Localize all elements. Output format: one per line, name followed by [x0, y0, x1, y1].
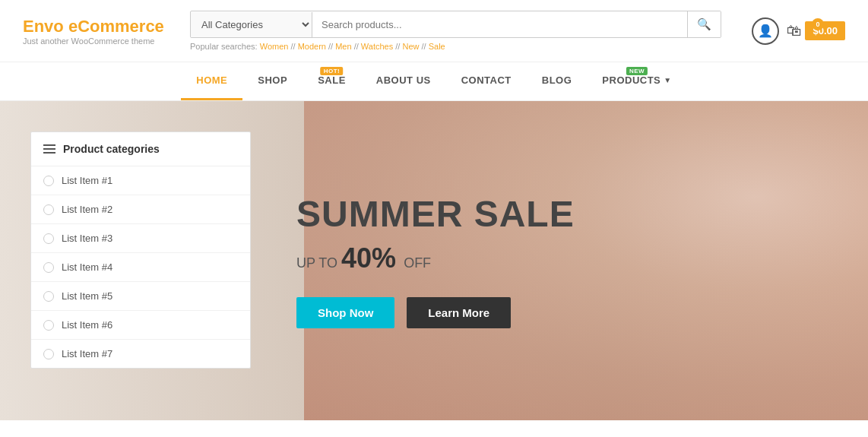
shop-now-button[interactable]: Shop Now [296, 297, 394, 328]
search-area: All Categories Women Men Watches Sale 🔍 … [190, 11, 721, 51]
list-item-label-5: List Item #5 [62, 290, 112, 302]
list-item-label-2: List Item #2 [62, 204, 112, 215]
radio-icon-4 [43, 262, 54, 273]
logo-area: Envo eCommerce Just another WooCommerce … [23, 17, 175, 46]
list-item[interactable]: List Item #4 [31, 253, 250, 282]
radio-icon-1 [43, 176, 54, 186]
sidebar-header: Product categories [31, 132, 250, 166]
popular-link-men[interactable]: Men [335, 42, 351, 51]
radio-icon-7 [43, 349, 54, 359]
nav-item-home[interactable]: HOME [181, 62, 242, 100]
hero-title: SUMMER SALE [296, 193, 822, 235]
cart-area[interactable]: 0 🛍 $0.00 [787, 21, 845, 40]
subtitle-prefix: UP TO [296, 255, 337, 271]
list-item-label-7: List Item #7 [62, 348, 112, 359]
hero-section: Product categories List Item #1 List Ite… [0, 101, 868, 420]
nav-label-products: PRODUCTS [602, 74, 661, 86]
header-icons: 👤 0 🛍 $0.00 [752, 17, 845, 45]
sidebar-title: Product categories [63, 143, 160, 155]
popular-link-sale[interactable]: Sale [429, 42, 445, 51]
nav-label-blog: BLOG [542, 74, 572, 86]
popular-link-watches[interactable]: Watches [361, 42, 393, 51]
nav-label-home: HOME [196, 74, 227, 86]
radio-icon-6 [43, 320, 54, 331]
subtitle-suffix: OFF [404, 255, 431, 271]
hero-content: Product categories List Item #1 List Ite… [0, 101, 868, 420]
nav-item-shop[interactable]: SHOP [242, 62, 303, 100]
list-item-label-6: List Item #6 [62, 319, 112, 331]
radio-icon-2 [43, 204, 54, 215]
main-nav: HOME SHOP HOT! SALE ABOUT US CONTACT BLO… [0, 62, 868, 101]
logo-title: Envo eCommerce [23, 17, 175, 36]
dropdown-chevron-icon: ▼ [664, 76, 671, 84]
logo-subtitle: Just another WooCommerce theme [23, 36, 175, 46]
header: Envo eCommerce Just another WooCommerce … [0, 0, 868, 62]
hero-subtitle: UP TO 40% OFF [296, 242, 822, 274]
list-item[interactable]: List Item #1 [31, 166, 250, 195]
cart-icon: 🛍 [787, 22, 802, 40]
nav-label-shop: SHOP [258, 74, 287, 86]
cart-badge: 0 [812, 18, 824, 30]
products-badge: NEW [626, 67, 648, 75]
nav-item-sale[interactable]: HOT! SALE [303, 62, 361, 100]
sale-badge: HOT! [321, 67, 344, 75]
product-categories-sidebar: Product categories List Item #1 List Ite… [30, 131, 251, 369]
learn-more-button[interactable]: Learn More [407, 297, 511, 328]
radio-icon-5 [43, 291, 54, 302]
nav-item-products[interactable]: NEW PRODUCTS ▼ [587, 62, 686, 100]
hamburger-icon [43, 144, 55, 154]
popular-link-new[interactable]: New [402, 42, 419, 51]
hero-buttons: Shop Now Learn More [296, 297, 822, 328]
search-button[interactable]: 🔍 [687, 11, 721, 37]
radio-icon-3 [43, 233, 54, 244]
category-select[interactable]: All Categories Women Men Watches Sale [191, 12, 312, 37]
account-icon-button[interactable]: 👤 [752, 17, 779, 45]
nav-label-contact: CONTACT [461, 74, 512, 86]
list-item-label-4: List Item #4 [62, 261, 112, 273]
popular-searches: Popular searches: Women // Modern // Men… [190, 42, 721, 51]
hero-percent: 40% [341, 242, 404, 274]
popular-link-modern[interactable]: Modern [298, 42, 326, 51]
popular-link-women[interactable]: Women [260, 42, 289, 51]
list-item[interactable]: List Item #3 [31, 224, 250, 253]
search-row: All Categories Women Men Watches Sale 🔍 [190, 11, 721, 38]
hero-text-area: SUMMER SALE UP TO 40% OFF Shop Now Learn… [251, 101, 868, 420]
list-item[interactable]: List Item #2 [31, 195, 250, 224]
search-input[interactable] [312, 13, 687, 36]
list-item[interactable]: List Item #6 [31, 311, 250, 340]
list-item[interactable]: List Item #7 [31, 340, 250, 368]
sidebar-list: List Item #1 List Item #2 List Item #3 L… [31, 166, 250, 368]
list-item-label-3: List Item #3 [62, 233, 112, 244]
list-item[interactable]: List Item #5 [31, 282, 250, 311]
nav-item-contact[interactable]: CONTACT [446, 62, 527, 100]
nav-item-blog[interactable]: BLOG [527, 62, 588, 100]
nav-label-about: ABOUT US [376, 74, 431, 86]
list-item-label-1: List Item #1 [62, 175, 112, 186]
popular-label: Popular searches: [190, 42, 258, 51]
nav-label-sale: SALE [318, 74, 346, 86]
nav-item-about[interactable]: ABOUT US [361, 62, 446, 100]
